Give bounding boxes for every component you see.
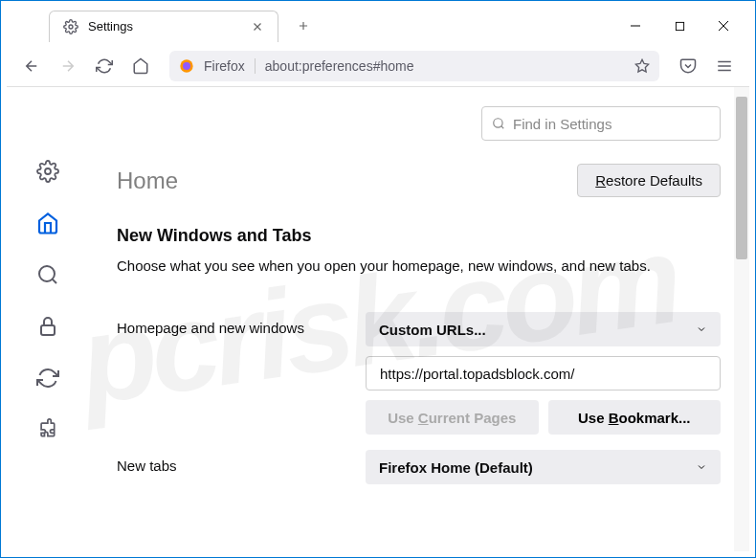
svg-marker-4 — [635, 59, 648, 72]
restore-defaults-button[interactable]: Restore Defaults — [577, 164, 721, 197]
sidebar-item-privacy[interactable] — [31, 309, 65, 344]
section-title: New Windows and Tabs — [117, 226, 721, 246]
home-button[interactable] — [125, 51, 156, 81]
gear-icon — [63, 19, 78, 34]
close-window-button[interactable] — [701, 11, 745, 41]
svg-rect-1 — [676, 22, 683, 30]
page-title: Home — [117, 167, 178, 194]
sidebar-item-general[interactable] — [31, 154, 65, 189]
search-icon — [492, 117, 505, 130]
back-button[interactable] — [16, 51, 47, 81]
svg-point-5 — [45, 168, 51, 174]
svg-rect-7 — [41, 325, 55, 335]
svg-point-3 — [183, 62, 190, 70]
scrollbar[interactable] — [734, 87, 749, 551]
homepage-select[interactable]: Custom URLs... — [366, 312, 721, 346]
newtabs-label: New tabs — [117, 450, 337, 474]
forward-button[interactable] — [53, 51, 83, 81]
maximize-button[interactable] — [657, 11, 701, 41]
scrollbar-thumb[interactable] — [736, 97, 747, 259]
menu-button[interactable] — [709, 51, 740, 81]
homepage-label: Homepage and new windows — [117, 312, 337, 336]
sidebar-item-sync[interactable] — [31, 361, 65, 395]
plus-icon — [297, 19, 310, 33]
section-desc: Choose what you see when you open your h… — [117, 257, 721, 274]
toolbar: Firefox about:preferences#home — [7, 45, 749, 87]
reload-button[interactable] — [89, 51, 120, 81]
svg-point-8 — [494, 119, 502, 127]
sidebar-item-home[interactable] — [31, 206, 65, 240]
new-tab-button[interactable] — [290, 12, 317, 39]
homepage-url-value: https://portal.topadsblock.com/ — [380, 366, 574, 382]
svg-point-6 — [39, 266, 55, 281]
pocket-button[interactable] — [673, 51, 703, 81]
svg-point-0 — [69, 25, 73, 29]
firefox-icon — [179, 58, 194, 74]
use-current-pages-button[interactable]: Use Current Pages — [366, 400, 539, 435]
homepage-url-input[interactable]: https://portal.topadsblock.com/ — [366, 356, 721, 391]
chevron-down-icon — [696, 461, 707, 473]
close-icon[interactable] — [251, 20, 264, 33]
search-input[interactable]: Find in Settings — [481, 106, 721, 141]
url-bar[interactable]: Firefox about:preferences#home — [169, 51, 659, 81]
sidebar — [7, 87, 88, 551]
search-placeholder: Find in Settings — [513, 116, 611, 132]
sidebar-item-extensions[interactable] — [31, 413, 65, 447]
urlbar-identity: Firefox — [204, 58, 256, 74]
newtabs-select-value: Firefox Home (Default) — [379, 459, 533, 476]
star-icon[interactable] — [634, 58, 650, 74]
restore-label: estore Defaults — [606, 172, 702, 189]
browser-tab[interactable]: Settings — [49, 11, 278, 42]
titlebar: Settings — [7, 7, 749, 45]
homepage-select-value: Custom URLs... — [379, 322, 486, 338]
tab-title: Settings — [88, 19, 241, 33]
minimize-button[interactable] — [613, 11, 657, 41]
newtabs-select[interactable]: Firefox Home (Default) — [366, 450, 721, 484]
main-content: Find in Settings Home Restore Defaults N… — [88, 87, 749, 551]
use-bookmark-button[interactable]: Use Bookmark... — [548, 400, 722, 435]
chevron-down-icon — [696, 324, 707, 335]
urlbar-text: about:preferences#home — [265, 58, 625, 74]
sidebar-item-search[interactable] — [31, 257, 65, 292]
